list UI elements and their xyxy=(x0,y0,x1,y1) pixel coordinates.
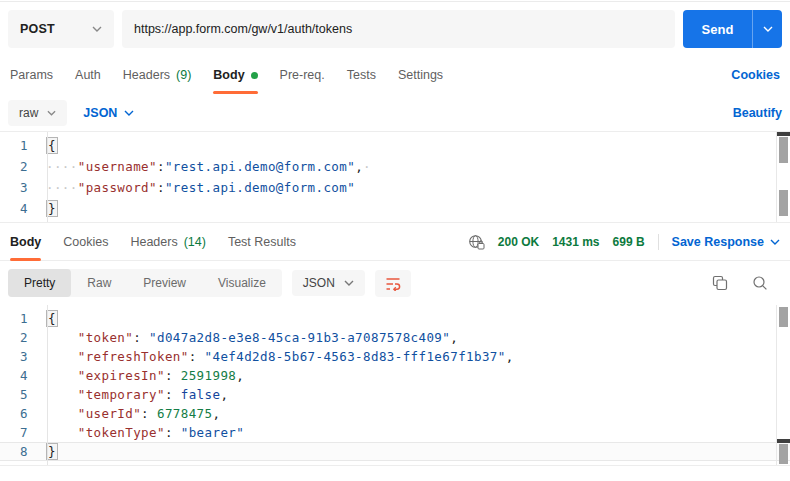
tab-params[interactable]: Params xyxy=(10,56,53,94)
response-language-label: JSON xyxy=(303,276,335,290)
tab-tests[interactable]: Tests xyxy=(347,56,376,94)
scroll-marker xyxy=(777,439,790,443)
response-meta: 200 OK 1431 ms 699 B Save Response xyxy=(468,234,780,250)
globe-lock-icon xyxy=(468,234,485,250)
code-line: 2 "token": "d047a2d8-e3e8-45ca-91b3-a708… xyxy=(0,328,790,347)
headers-count-badge: (14) xyxy=(184,235,206,249)
tab-auth[interactable]: Auth xyxy=(75,56,101,94)
code-line: 7 "tokenType": "bearer" xyxy=(0,423,790,442)
chevron-down-icon xyxy=(344,280,354,286)
request-editor-scrollbar[interactable] xyxy=(776,132,790,222)
scrollbar-thumb[interactable] xyxy=(779,307,788,327)
search-button[interactable] xyxy=(752,275,768,291)
gutter-divider xyxy=(47,305,48,465)
code-line-content: "userId": 6778475, xyxy=(38,404,220,423)
wrap-text-button[interactable] xyxy=(375,270,411,297)
tab-settings[interactable]: Settings xyxy=(398,56,443,94)
code-line-content: ····"password":"rest.api.demo@form.com" xyxy=(38,177,355,198)
url-input[interactable] xyxy=(122,10,675,48)
body-format-label: raw xyxy=(19,106,38,120)
tab-label: Headers xyxy=(130,235,177,249)
send-button[interactable]: Send xyxy=(683,10,782,48)
code-line: 4} xyxy=(0,198,790,219)
tab-label: Tests xyxy=(347,68,376,82)
code-line: 1{ xyxy=(0,309,790,328)
response-time[interactable]: 1431 ms xyxy=(552,235,599,249)
code-line-content: "refreshToken": "4ef4d2d8-5b67-4563-8d83… xyxy=(38,347,514,366)
tab-body[interactable]: Body xyxy=(213,56,257,94)
line-number: 3 xyxy=(0,177,38,198)
view-tab-preview[interactable]: Preview xyxy=(127,269,202,297)
scrollbar-thumb[interactable] xyxy=(779,190,788,216)
wrap-text-icon xyxy=(385,276,401,291)
code-line: 6 "userId": 6778475, xyxy=(0,404,790,423)
chevron-down-icon xyxy=(763,26,773,32)
code-line: 5 "temporary": false, xyxy=(0,385,790,404)
code-line: 2····"username":"rest.api.demo@form.com"… xyxy=(0,156,790,177)
copy-icon xyxy=(712,275,728,291)
copy-button[interactable] xyxy=(712,275,728,291)
code-line: 8} xyxy=(0,442,790,461)
body-content-dot xyxy=(251,72,258,79)
save-response-label: Save Response xyxy=(672,235,764,249)
scroll-marker xyxy=(777,132,790,136)
code-line: 3····"password":"rest.api.demo@form.com" xyxy=(0,177,790,198)
divider xyxy=(658,234,659,250)
code-line-content: "token": "d047a2d8-e3e8-45ca-91b3-a70875… xyxy=(38,328,458,347)
response-view-switcher: Pretty Raw Preview Visualize xyxy=(8,269,282,297)
chevron-down-icon xyxy=(92,26,102,32)
code-line: 4 "expiresIn": 2591998, xyxy=(0,366,790,385)
view-tab-pretty[interactable]: Pretty xyxy=(8,269,71,297)
line-number: 6 xyxy=(0,404,38,423)
line-number: 1 xyxy=(0,135,38,156)
cookies-link[interactable]: Cookies xyxy=(731,68,780,82)
view-tab-visualize[interactable]: Visualize xyxy=(202,269,282,297)
tab-label: Body xyxy=(10,235,41,249)
line-number: 2 xyxy=(0,328,38,347)
line-number: 2 xyxy=(0,156,38,177)
line-number: 1 xyxy=(0,309,38,328)
beautify-link[interactable]: Beautify xyxy=(733,106,782,120)
method-label: POST xyxy=(20,22,55,36)
tab-label: Body xyxy=(213,68,244,82)
response-tab-body[interactable]: Body xyxy=(10,223,41,261)
scrollbar-thumb[interactable] xyxy=(779,137,788,163)
body-format-bar: raw JSON Beautify xyxy=(0,94,790,132)
request-body-editor[interactable]: 1{2····"username":"rest.api.demo@form.co… xyxy=(0,132,790,223)
send-label: Send xyxy=(683,10,752,48)
tab-label: Auth xyxy=(75,68,101,82)
code-line-content: "tokenType": "bearer" xyxy=(38,423,244,442)
tab-headers[interactable]: Headers (9) xyxy=(123,56,192,94)
response-tab-test-results[interactable]: Test Results xyxy=(228,223,296,261)
send-options-button[interactable] xyxy=(752,10,782,48)
tab-pre-request[interactable]: Pre-req. xyxy=(280,56,325,94)
response-view-toolbar: Pretty Raw Preview Visualize JSON xyxy=(0,261,790,305)
view-tab-raw[interactable]: Raw xyxy=(71,269,127,297)
search-icon xyxy=(752,275,768,291)
active-tab-underline xyxy=(213,91,257,94)
body-format-dropdown[interactable]: raw xyxy=(8,100,67,126)
language-dropdown[interactable]: JSON xyxy=(83,106,134,120)
tab-label: Test Results xyxy=(228,235,296,249)
response-body-editor: 1{2 "token": "d047a2d8-e3e8-45ca-91b3-a7… xyxy=(0,305,790,466)
chevron-down-icon xyxy=(770,239,780,245)
response-editor-scrollbar[interactable] xyxy=(776,305,790,465)
request-tabs: Params Auth Headers (9) Body Pre-req. Te… xyxy=(0,56,790,94)
line-number: 7 xyxy=(0,423,38,442)
status-code[interactable]: 200 OK xyxy=(498,235,539,249)
rest-client-window: POST Send Params Auth Headers (9) Body xyxy=(0,0,790,466)
tab-label: Params xyxy=(10,68,53,82)
response-tab-headers[interactable]: Headers (14) xyxy=(130,223,205,261)
response-size[interactable]: 699 B xyxy=(613,235,645,249)
line-number: 3 xyxy=(0,347,38,366)
chevron-down-icon xyxy=(47,110,56,116)
response-tab-cookies[interactable]: Cookies xyxy=(63,223,108,261)
scrollbar-thumb[interactable] xyxy=(779,444,788,464)
response-actions xyxy=(712,275,782,291)
headers-count-badge: (9) xyxy=(176,68,191,82)
code-line-content: ····"username":"rest.api.demo@form.com",… xyxy=(38,156,371,177)
method-dropdown[interactable]: POST xyxy=(8,10,114,48)
response-language-dropdown[interactable]: JSON xyxy=(292,270,365,296)
line-number: 4 xyxy=(0,366,38,385)
save-response-button[interactable]: Save Response xyxy=(672,235,780,249)
